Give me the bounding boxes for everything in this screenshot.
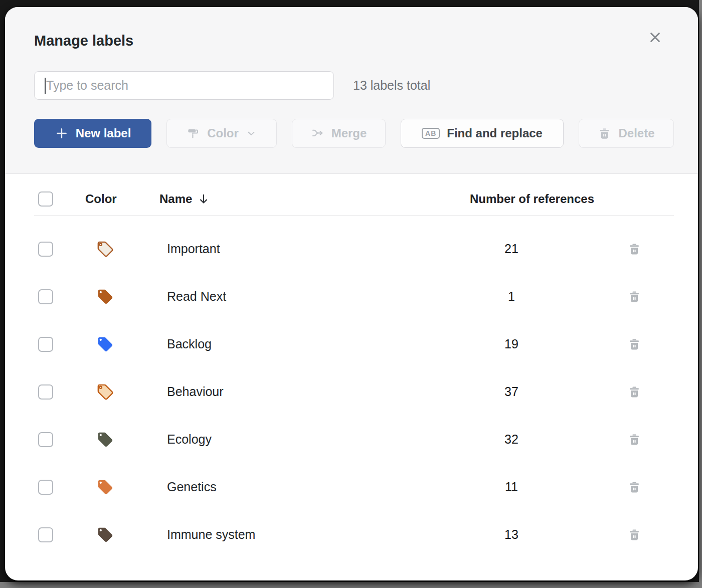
label-tag-icon (97, 241, 114, 258)
dialog-header: Manage labels Type to search 13 labels t… (5, 7, 698, 174)
label-name: Behaviour (159, 384, 224, 399)
labels-table: Color Name Number of references Import (5, 174, 698, 558)
merge-button[interactable]: Merge (292, 119, 386, 148)
sort-descending-icon (197, 192, 210, 206)
label-tag-icon (97, 479, 114, 496)
trash-icon (627, 480, 641, 494)
color-button[interactable]: Color (166, 119, 277, 148)
table-row: Immune system 13 (34, 511, 674, 558)
delete-row-button[interactable] (627, 242, 641, 256)
labels-total-count: 13 labels total (353, 78, 430, 93)
table-row: Backlog 19 (34, 320, 674, 368)
find-and-replace-button[interactable]: AB Find and replace (401, 119, 564, 148)
trash-icon (627, 385, 641, 399)
label-tag-icon (97, 288, 114, 305)
trash-icon (627, 242, 641, 256)
row-checkbox[interactable] (38, 289, 53, 304)
trash-icon (627, 290, 641, 304)
table-row: Ecology 32 (34, 416, 674, 463)
column-header-color[interactable]: Color (85, 192, 117, 206)
row-checkbox[interactable] (38, 527, 53, 542)
delete-row-button[interactable] (627, 290, 641, 304)
label-tag-icon (97, 336, 114, 353)
label-name: Read Next (159, 289, 226, 304)
search-placeholder: Type to search (46, 78, 128, 93)
find-and-replace-button-label: Find and replace (447, 126, 543, 140)
text-cursor (45, 78, 46, 94)
row-checkbox[interactable] (38, 480, 53, 495)
label-reference-count: 37 (504, 384, 518, 399)
select-all-checkbox[interactable] (38, 191, 53, 207)
row-checkbox[interactable] (38, 384, 53, 400)
merge-icon (311, 127, 324, 140)
label-reference-count: 32 (504, 432, 518, 447)
label-reference-count: 11 (505, 480, 518, 494)
trash-icon (598, 127, 611, 140)
column-header-name[interactable]: Name (159, 192, 192, 206)
delete-button[interactable]: Delete (579, 119, 674, 148)
close-icon (648, 31, 662, 44)
delete-row-button[interactable] (627, 480, 641, 494)
chevron-down-icon (246, 128, 257, 139)
table-row: Genetics 11 (34, 463, 674, 511)
column-header-references[interactable]: Number of references (470, 192, 594, 206)
delete-button-label: Delete (618, 126, 654, 140)
label-name: Ecology (159, 432, 212, 447)
new-label-button[interactable]: New label (34, 119, 151, 148)
label-tag-icon (97, 383, 114, 401)
delete-row-button[interactable] (627, 337, 641, 351)
trash-icon (627, 433, 641, 447)
table-row: Behaviour 37 (34, 368, 674, 416)
row-checkbox[interactable] (38, 242, 53, 257)
table-row: Read Next 1 (34, 273, 674, 320)
find-replace-ab-icon: AB (422, 128, 440, 139)
label-name: Backlog (159, 337, 212, 351)
delete-row-button[interactable] (627, 433, 641, 447)
paint-roller-icon (187, 127, 200, 140)
trash-icon (627, 528, 641, 542)
table-row: Important 21 (34, 225, 674, 273)
dialog-title: Manage labels (34, 32, 674, 49)
label-name: Genetics (159, 480, 217, 494)
color-button-label: Color (207, 126, 239, 140)
trash-icon (627, 337, 641, 351)
table-header-row: Color Name Number of references (34, 182, 674, 216)
label-reference-count: 13 (504, 527, 518, 542)
table-body: Important 21 R (34, 216, 674, 558)
label-reference-count: 19 (504, 337, 518, 351)
label-reference-count: 21 (504, 242, 518, 256)
plus-icon (55, 126, 69, 140)
new-label-button-label: New label (76, 126, 131, 140)
search-input[interactable]: Type to search (34, 71, 334, 100)
delete-row-button[interactable] (627, 528, 641, 542)
label-name: Immune system (159, 527, 255, 542)
toolbar: New label Color Merge (34, 119, 674, 148)
label-tag-icon (97, 431, 114, 448)
close-button[interactable] (647, 29, 663, 45)
label-tag-icon (97, 526, 114, 543)
search-row: Type to search 13 labels total (34, 71, 674, 100)
label-name: Important (159, 242, 220, 256)
label-reference-count: 1 (508, 289, 515, 304)
row-checkbox[interactable] (38, 337, 53, 352)
manage-labels-dialog: Manage labels Type to search 13 labels t… (5, 7, 698, 580)
delete-row-button[interactable] (627, 385, 641, 399)
row-checkbox[interactable] (38, 432, 53, 447)
merge-button-label: Merge (331, 126, 367, 140)
